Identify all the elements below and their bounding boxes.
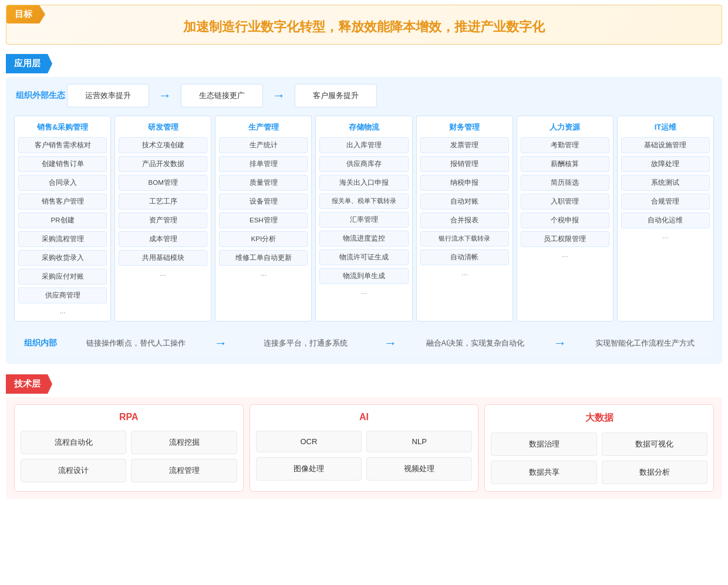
org-internal-items: 链接操作断点，替代人工操作 → 连接多平台，打通多系统 → 融合AI决策，实现复… xyxy=(67,336,714,351)
module-item: 合同录入 xyxy=(18,175,107,191)
module-item: 成本管理 xyxy=(119,231,207,247)
module-item: 采购应付对账 xyxy=(18,269,107,285)
module-item: 汇率管理 xyxy=(319,212,408,228)
org-internal-item-0: 链接操作断点，替代人工操作 xyxy=(67,339,205,349)
module-col-finance: 财务管理 发票管理 报销管理 纳税申报 自动对账 合并报表 银行流水下载转录 自… xyxy=(416,116,513,322)
tech-item: 图像处理 xyxy=(256,457,362,481)
module-item: 系统测试 xyxy=(621,175,710,191)
module-item: 纳税申报 xyxy=(420,175,509,191)
tech-col-ai: AI OCR NLP 图像处理 视频处理 xyxy=(250,404,479,492)
org-internal-item-3: 实现智能化工作流程生产方式 xyxy=(576,339,714,349)
tech-layer-header: 技术层 xyxy=(6,374,52,394)
module-item: 客户销售需求核对 xyxy=(18,137,107,153)
module-ellipsis: ... xyxy=(119,269,207,278)
module-item: 质量管理 xyxy=(219,175,308,191)
org-internal-item-1: 连接多平台，打通多系统 xyxy=(237,339,375,349)
tech-item: 流程自动化 xyxy=(21,431,126,454)
module-item: 供应商管理 xyxy=(18,288,107,303)
module-item: KPI分析 xyxy=(219,231,308,247)
goal-text: 加速制造行业数字化转型，释放效能降本增效，推进产业数字化 xyxy=(18,16,710,36)
module-title-it: IT运维 xyxy=(621,122,710,133)
tech-item: 流程挖掘 xyxy=(131,431,237,454)
module-ellipsis: ... xyxy=(521,250,609,259)
module-item: 入职管理 xyxy=(521,194,609,209)
module-item: 销售客户管理 xyxy=(18,194,107,209)
tech-item: NLP xyxy=(366,431,472,452)
module-item: 技术立项创建 xyxy=(119,137,207,153)
tech-item: 数据分析 xyxy=(602,461,707,484)
module-item: 发票管理 xyxy=(420,137,509,153)
module-ellipsis: ... xyxy=(319,287,408,296)
module-item: 自动化运维 xyxy=(621,212,710,228)
module-title-hr: 人力资源 xyxy=(521,122,609,133)
goal-section: 目标 加速制造行业数字化转型，释放效能降本增效，推进产业数字化 xyxy=(6,5,722,45)
tech-item: 流程设计 xyxy=(21,459,126,482)
module-item: 设备管理 xyxy=(219,194,308,209)
module-item: 简历筛选 xyxy=(521,175,609,191)
module-item: 考勤管理 xyxy=(521,137,609,153)
module-ellipsis: ... xyxy=(420,268,509,277)
module-item: 合并报表 xyxy=(420,212,509,228)
module-item: 创建销售订单 xyxy=(18,156,107,172)
module-title-logistics: 存储物流 xyxy=(319,122,408,133)
org-external-label: 组织外部生态 xyxy=(14,90,67,101)
org-internal-label: 组织内部 xyxy=(14,338,67,349)
module-col-hr: 人力资源 考勤管理 薪酬核算 简历筛选 入职管理 个税申报 员工权限管理 ... xyxy=(517,116,614,322)
module-item: 产品开发数据 xyxy=(119,156,207,172)
tech-col-title-ai: AI xyxy=(256,412,473,422)
module-item: 自动清帐 xyxy=(420,249,509,265)
module-col-it: IT运维 基础设施管理 故障处理 系统测试 合规管理 自动化运维 ... xyxy=(617,116,714,322)
arrow-icon-0: → xyxy=(149,88,181,103)
tech-items-ai: OCR NLP 图像处理 视频处理 xyxy=(256,431,473,481)
tech-items-rpa: 流程自动化 流程挖掘 流程设计 流程管理 xyxy=(21,431,237,482)
tech-layer: RPA 流程自动化 流程挖掘 流程设计 流程管理 AI OCR NLP 图像处理… xyxy=(6,397,722,499)
module-title-rd: 研发管理 xyxy=(119,122,207,133)
module-item: 物流进度监控 xyxy=(319,231,408,246)
module-item: 故障处理 xyxy=(621,156,710,172)
module-title-finance: 财务管理 xyxy=(420,122,509,133)
module-col-sales: 销售&采购管理 客户销售需求核对 创建销售订单 合同录入 销售客户管理 PR创建… xyxy=(14,116,111,322)
module-item: BOM管理 xyxy=(119,175,207,191)
org-external-boxes: 运营效率提升 → 生态链接更广 → 客户服务提升 xyxy=(67,84,714,107)
module-item: 资产管理 xyxy=(119,212,207,228)
module-item: 自动对账 xyxy=(420,194,509,209)
module-item: 采购收货录入 xyxy=(18,250,107,266)
arrow-icon-4: → xyxy=(544,336,576,351)
tech-items-bigdata: 数据治理 数据可视化 数据共享 数据分析 xyxy=(491,432,707,484)
goal-badge: 目标 xyxy=(6,5,45,23)
tech-col-bigdata: 大数据 数据治理 数据可视化 数据共享 数据分析 xyxy=(484,404,714,492)
module-item: ESH管理 xyxy=(219,212,308,228)
module-item: 维修工单自动更新 xyxy=(219,250,308,266)
arrow-icon-2: → xyxy=(205,336,237,351)
modules-grid: 销售&采购管理 客户销售需求核对 创建销售订单 合同录入 销售客户管理 PR创建… xyxy=(14,116,714,322)
module-item: 工艺工序 xyxy=(119,194,207,209)
module-item: 员工权限管理 xyxy=(521,231,609,247)
tech-col-title-bigdata: 大数据 xyxy=(491,412,707,424)
module-item: 排单管理 xyxy=(219,156,308,172)
module-title-sales: 销售&采购管理 xyxy=(18,122,107,133)
module-item: 报销管理 xyxy=(420,156,509,172)
module-ellipsis: ... xyxy=(18,306,107,315)
arrow-icon-1: → xyxy=(263,88,295,103)
org-external-row: 组织外部生态 运营效率提升 → 生态链接更广 → 客户服务提升 xyxy=(14,84,714,107)
tech-item: 数据可视化 xyxy=(602,432,707,456)
tech-grid: RPA 流程自动化 流程挖掘 流程设计 流程管理 AI OCR NLP 图像处理… xyxy=(14,404,714,492)
module-item: 个税申报 xyxy=(521,212,609,228)
tech-item: 数据共享 xyxy=(491,461,596,484)
tech-item: OCR xyxy=(256,431,362,452)
app-layer: 组织外部生态 运营效率提升 → 生态链接更广 → 客户服务提升 销售&采购管理 … xyxy=(6,77,722,364)
app-layer-header: 应用层 xyxy=(6,54,52,73)
module-title-prod: 生产管理 xyxy=(219,122,308,133)
tech-col-title-rpa: RPA xyxy=(21,412,237,422)
org-box-0: 运营效率提升 xyxy=(67,84,149,107)
module-item: 银行流水下载转录 xyxy=(420,231,509,246)
org-internal-item-2: 融合AI决策，实现复杂自动化 xyxy=(406,339,544,349)
tech-item: 视频处理 xyxy=(366,457,472,481)
module-col-prod: 生产管理 生产统计 排单管理 质量管理 设备管理 ESH管理 KPI分析 维修工… xyxy=(215,116,312,322)
module-item: 报关单、税单下载转录 xyxy=(319,194,408,209)
org-box-2: 客户服务提升 xyxy=(295,84,377,107)
module-item: 生产统计 xyxy=(219,137,308,153)
tech-item: 流程管理 xyxy=(131,459,237,482)
module-item: 物流许可证生成 xyxy=(319,249,408,265)
module-item: 供应商库存 xyxy=(319,156,408,172)
